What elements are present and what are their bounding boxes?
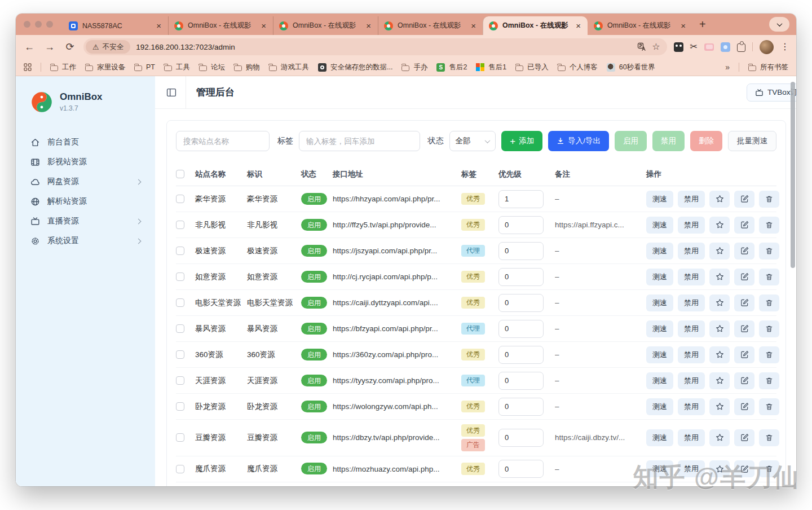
apps-grid-icon[interactable] (24, 63, 32, 71)
favorite-button[interactable] (709, 243, 730, 260)
favorite-button[interactable] (709, 217, 730, 234)
priority-input[interactable] (498, 320, 544, 338)
new-tab-button[interactable]: + (699, 19, 706, 30)
edit-button[interactable] (734, 346, 754, 363)
priority-input[interactable] (498, 216, 544, 234)
delete-button[interactable] (759, 217, 779, 234)
favorite-button[interactable] (709, 191, 730, 208)
batch-speedtest-button[interactable]: 批量测速 (728, 131, 776, 151)
edit-button[interactable] (734, 320, 754, 337)
tab-close-icon[interactable]: × (679, 21, 687, 30)
priority-input[interactable] (498, 190, 544, 208)
delete-button[interactable] (759, 243, 779, 260)
tag-input[interactable] (299, 131, 420, 151)
edit-button[interactable] (734, 243, 754, 260)
disable-button[interactable]: 禁用 (678, 269, 705, 285)
edit-button[interactable] (734, 429, 754, 446)
speedtest-button[interactable]: 测速 (646, 346, 673, 363)
disable-button[interactable]: 禁用 (678, 372, 705, 389)
sidebar-collapse-button[interactable] (166, 87, 176, 98)
row-checkbox[interactable] (176, 376, 184, 385)
row-checkbox[interactable] (176, 221, 184, 229)
sidebar-item-parser-sites[interactable]: 解析站资源 (16, 192, 155, 211)
delete-button[interactable] (759, 269, 779, 285)
priority-input[interactable] (498, 242, 544, 260)
edit-button[interactable] (734, 294, 754, 311)
bookmarks-overflow-icon[interactable]: » (725, 63, 730, 72)
tab-close-icon[interactable]: × (365, 21, 372, 30)
delete-button[interactable] (759, 294, 779, 311)
extension-panda-icon[interactable] (674, 42, 683, 52)
browser-tab[interactable]: OmniBox - 在线观影 × (483, 16, 588, 35)
bulk-disable-button[interactable]: 禁用 (652, 131, 685, 151)
select-all-checkbox[interactable] (176, 170, 184, 178)
speedtest-button[interactable]: 测速 (646, 398, 673, 415)
favorite-button[interactable] (709, 346, 730, 363)
translate-icon[interactable] (637, 42, 646, 51)
row-checkbox[interactable] (176, 195, 184, 203)
tab-close-icon[interactable]: × (155, 21, 162, 30)
row-checkbox[interactable] (176, 402, 184, 411)
extensions-puzzle-icon[interactable] (737, 43, 745, 52)
row-checkbox[interactable] (176, 247, 184, 255)
edit-button[interactable] (734, 191, 754, 208)
delete-button[interactable] (759, 320, 779, 337)
close-button[interactable] (24, 21, 30, 28)
tvbox-subscribe-button[interactable]: TVBox订 (747, 83, 796, 102)
speedtest-button[interactable]: 测速 (646, 217, 673, 234)
sidebar-item-live[interactable]: 直播资源 (16, 212, 155, 231)
delete-button[interactable] (759, 398, 779, 415)
favorite-button[interactable] (709, 372, 730, 389)
disable-button[interactable]: 禁用 (678, 217, 705, 234)
priority-input[interactable] (498, 372, 544, 390)
sidebar-item-home[interactable]: 前台首页 (16, 133, 155, 152)
speedtest-button[interactable]: 测速 (646, 294, 673, 311)
sidebar-item-netdisk[interactable]: 网盘资源 (16, 172, 155, 191)
bookmark-item[interactable]: 家里设备 (85, 63, 125, 72)
bookmark-item[interactable]: PT (134, 63, 155, 71)
bookmark-star-icon[interactable]: ☆ (652, 42, 660, 51)
import-export-button[interactable]: 导入/导出 (548, 131, 609, 151)
profile-avatar[interactable] (760, 40, 774, 54)
row-checkbox[interactable] (176, 298, 184, 307)
browser-menu-icon[interactable]: ⋮ (780, 42, 789, 51)
row-checkbox[interactable] (176, 433, 184, 442)
search-input[interactable] (176, 131, 270, 151)
extension-blue-icon[interactable] (721, 42, 730, 52)
minimize-button[interactable] (35, 21, 42, 28)
all-bookmarks-item[interactable]: 所有书签 (748, 63, 788, 72)
favorite-button[interactable] (709, 320, 730, 337)
edit-button[interactable] (734, 372, 754, 389)
speedtest-button[interactable]: 测速 (646, 269, 673, 285)
security-chip[interactable]: ⚠ 不安全 (86, 40, 130, 54)
bookmark-item[interactable]: 已导入 (515, 63, 549, 72)
bookmark-item[interactable]: 游戏工具 (269, 63, 309, 72)
bookmark-item[interactable]: 购物 (234, 63, 260, 72)
browser-tab[interactable]: OmniBox - 在线观影 × (273, 16, 378, 35)
bookmark-item[interactable]: 工具 (164, 63, 190, 72)
browser-tab[interactable]: OmniBox - 在线观影 × (588, 16, 692, 35)
disable-button[interactable]: 禁用 (678, 294, 705, 311)
back-button[interactable]: ← (23, 42, 36, 52)
address-bar[interactable]: ⚠ 不安全 192.168.200.132:7023/admin ☆ (83, 38, 667, 55)
browser-tab[interactable]: OmniBox - 在线观影 × (168, 16, 273, 35)
disable-button[interactable]: 禁用 (678, 398, 705, 415)
disable-button[interactable]: 禁用 (678, 346, 705, 363)
bookmark-item[interactable]: 安全储存您的数据... (318, 63, 392, 72)
delete-button[interactable] (759, 372, 779, 389)
speedtest-button[interactable]: 测速 (646, 243, 673, 260)
edit-button[interactable] (734, 398, 754, 415)
extension-scissors-icon[interactable]: ✂ (690, 42, 698, 51)
extension-tv-icon[interactable] (704, 43, 714, 51)
status-select[interactable]: 全部 (449, 131, 496, 151)
edit-button[interactable] (734, 217, 754, 234)
browser-tab[interactable]: NAS5878AC × (63, 16, 168, 35)
tab-close-icon[interactable]: × (575, 21, 582, 30)
priority-input[interactable] (498, 460, 544, 478)
add-button[interactable]: + 添加 (501, 131, 542, 151)
maximize-button[interactable] (46, 21, 53, 28)
bookmark-item[interactable]: 手办 (401, 63, 427, 72)
bulk-delete-button[interactable]: 删除 (690, 131, 722, 151)
browser-tab[interactable]: OmniBox - 在线观影 × (378, 16, 483, 35)
favorite-button[interactable] (709, 429, 730, 446)
